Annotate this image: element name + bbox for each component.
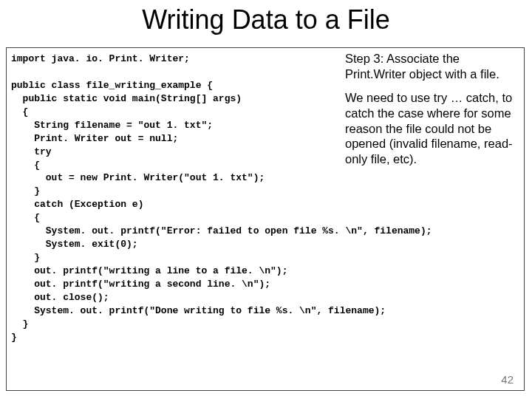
slide: Writing Data to a File import java. io. … — [0, 0, 532, 399]
note-step: Step 3: Associate the Print.Writer objec… — [345, 51, 516, 81]
explanation-note: Step 3: Associate the Print.Writer objec… — [345, 51, 516, 175]
content-box: import java. io. Print. Writer; public c… — [6, 47, 525, 391]
slide-title: Writing Data to a File — [0, 0, 532, 35]
note-detail: We need to use try … catch, to catch the… — [345, 90, 516, 166]
page-number: 42 — [501, 373, 514, 386]
